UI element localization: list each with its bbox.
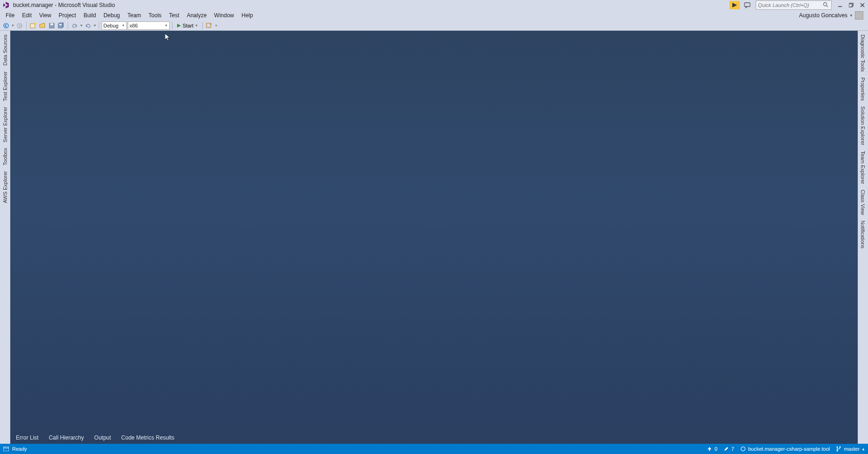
side-tab-toolbox[interactable]: Toolbox [1,146,9,167]
side-tab-team-explorer[interactable]: Team Explorer [859,149,867,186]
menu-file[interactable]: File [2,11,18,20]
editor-surface: Error List Call Hierarchy Output Code Me… [10,31,858,444]
left-tool-well: Data Sources Test Explorer Server Explor… [0,31,10,444]
pencil-icon [723,446,730,452]
status-text: Ready [12,446,27,452]
svg-point-11 [34,22,36,25]
redo-button[interactable] [84,21,92,30]
menu-test[interactable]: Test [165,11,183,20]
repo-segment[interactable]: bucket.manager-csharp-sample.tool [740,446,830,452]
svg-rect-13 [50,23,53,25]
notification-flag-icon[interactable] [730,1,740,9]
repo-name: bucket.manager-csharp-sample.tool [748,446,830,452]
save-all-button[interactable] [57,21,65,30]
svg-rect-0 [744,3,750,7]
redo-dropdown-icon[interactable]: ▼ [93,24,96,27]
side-tab-class-view[interactable]: Class View [859,188,867,217]
save-button[interactable] [48,21,56,30]
side-tab-properties[interactable]: Properties [859,76,867,103]
menu-window[interactable]: Window [210,11,238,20]
solution-platform-dropdown[interactable]: x86 ▼ [128,21,170,30]
browser-link-button[interactable] [205,21,214,30]
play-icon [177,23,181,28]
menu-tools[interactable]: Tools [145,11,165,20]
solution-config-value: Debug [103,23,118,28]
tab-error-list[interactable]: Error List [12,433,42,443]
svg-rect-16 [59,24,62,25]
menu-analyze[interactable]: Analyze [183,11,211,20]
svg-rect-20 [741,447,745,451]
feedback-icon[interactable] [742,0,753,10]
svg-rect-18 [3,447,9,451]
menu-debug[interactable]: Debug [100,11,124,20]
tab-code-metrics[interactable]: Code Metrics Results [117,433,178,443]
side-tab-aws-explorer[interactable]: AWS Explorer [1,169,9,205]
branch-segment[interactable]: master ▲ [835,446,865,452]
standard-toolbar: ▼ ▼ ▼ Debug ▼ x86 ▼ Start ▼ ▾ [0,21,868,31]
svg-rect-17 [207,23,211,28]
branch-drop-icon: ▲ [861,447,865,451]
branch-name: master [844,446,860,452]
menu-team[interactable]: Team [124,11,145,20]
undo-dropdown-icon[interactable]: ▼ [80,24,83,27]
chevron-down-icon: ▼ [122,24,125,27]
restore-button[interactable] [846,0,857,10]
chevron-down-icon: ▼ [195,24,198,27]
right-tool-well: Diagnostic Tools Properties Solution Exp… [858,31,868,444]
menu-project[interactable]: Project [55,11,80,20]
repo-icon [740,446,746,452]
side-tab-diagnostic-tools[interactable]: Diagnostic Tools [859,33,867,74]
svg-line-2 [827,6,828,7]
side-tab-solution-explorer[interactable]: Solution Explorer [859,104,867,147]
nav-forward-button[interactable] [15,21,24,30]
publish-segment[interactable]: 0 [706,446,717,452]
menu-view[interactable]: View [35,11,55,20]
branch-icon [835,446,842,452]
solution-config-dropdown[interactable]: Debug ▼ [102,21,127,30]
main-body: Data Sources Test Explorer Server Explor… [0,31,868,444]
search-icon [823,2,829,8]
new-project-button[interactable] [29,21,37,30]
status-window-icon [3,446,9,452]
svg-rect-5 [849,4,852,7]
start-label: Start [183,23,193,28]
nav-back-button[interactable] [2,21,10,30]
menu-build[interactable]: Build [80,11,100,20]
solution-platform-value: x86 [130,23,138,28]
quick-launch[interactable] [756,0,832,10]
toolbar-overflow-icon[interactable]: ▾ [215,24,217,28]
arrow-up-icon [706,446,713,452]
signed-in-user[interactable]: Augusto Goncalves [799,12,847,19]
tab-call-hierarchy[interactable]: Call Hierarchy [45,433,88,443]
open-file-button[interactable] [38,21,47,30]
window-title: bucket.manager - Microsoft Visual Studio [13,2,115,8]
menu-help[interactable]: Help [238,11,257,20]
chevron-down-icon: ▼ [165,24,168,27]
side-tab-notifications[interactable]: Notifications [859,219,867,250]
menu-edit[interactable]: Edit [18,11,35,20]
bottom-tool-tabs: Error List Call Hierarchy Output Code Me… [10,433,858,444]
start-debug-button[interactable]: Start ▼ [175,21,200,30]
undo-button[interactable] [70,21,79,30]
side-tab-data-sources[interactable]: Data Sources [1,33,9,68]
pending-changes-segment[interactable]: 7 [723,446,734,452]
title-bar: bucket.manager - Microsoft Visual Studio [0,0,868,10]
side-tab-test-explorer[interactable]: Test Explorer [1,69,9,103]
publish-count: 0 [715,446,717,452]
mouse-cursor-icon [165,34,171,41]
minimize-button[interactable] [834,0,846,10]
pending-count: 7 [731,446,734,452]
tab-output[interactable]: Output [90,433,115,443]
avatar-icon[interactable] [855,11,863,20]
user-dropdown-icon[interactable]: ▼ [849,14,853,18]
status-bar: Ready 0 7 bucket.manager-csharp-sample.t… [0,444,868,454]
nav-back-dropdown-icon[interactable]: ▼ [11,24,14,27]
menu-bar: File Edit View Project Build Debug Team … [0,10,868,21]
svg-point-8 [4,23,8,28]
side-tab-server-explorer[interactable]: Server Explorer [1,105,9,144]
svg-point-1 [824,3,827,6]
quick-launch-input[interactable] [758,2,823,8]
vs-logo-icon [2,1,10,9]
svg-point-9 [17,23,22,28]
close-button[interactable] [857,0,868,10]
